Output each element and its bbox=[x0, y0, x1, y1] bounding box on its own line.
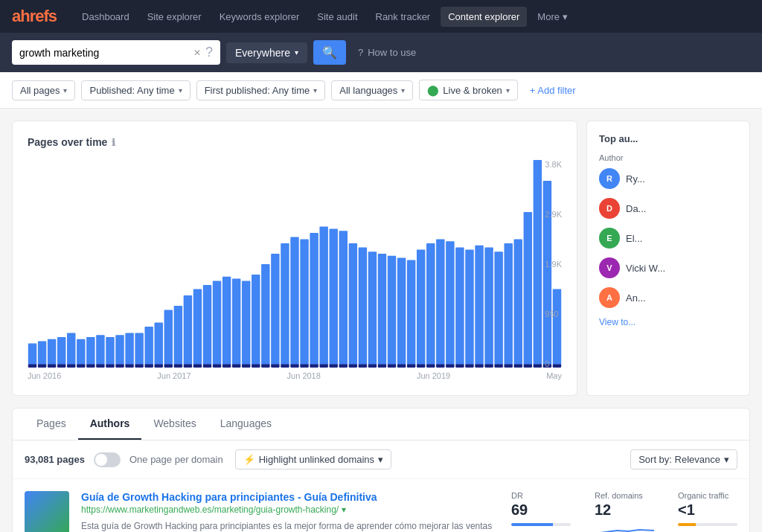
tab-languages[interactable]: Languages bbox=[208, 408, 284, 440]
filter-published[interactable]: Published: Any time ▾ bbox=[81, 80, 190, 100]
location-label: Everywhere bbox=[235, 47, 290, 59]
svg-rect-38 bbox=[213, 281, 221, 365]
question-icon: ? bbox=[358, 47, 363, 58]
svg-rect-84 bbox=[436, 239, 444, 365]
svg-rect-90 bbox=[465, 249, 473, 365]
svg-rect-18 bbox=[115, 335, 124, 365]
svg-rect-96 bbox=[494, 251, 502, 365]
svg-rect-47 bbox=[252, 365, 260, 368]
search-button[interactable]: 🔍 bbox=[313, 40, 346, 65]
svg-rect-22 bbox=[135, 333, 143, 365]
metric-ref-domains: Ref. domains 12 bbox=[595, 491, 654, 532]
svg-rect-98 bbox=[504, 243, 512, 365]
svg-rect-107 bbox=[543, 365, 551, 368]
sort-button[interactable]: Sort by: Relevance ▾ bbox=[630, 449, 737, 469]
svg-rect-5 bbox=[48, 365, 56, 368]
svg-rect-104 bbox=[534, 160, 542, 365]
x-label-3: Jun 2019 bbox=[417, 371, 450, 380]
author-name[interactable]: Ry... bbox=[626, 173, 645, 185]
svg-rect-72 bbox=[378, 254, 386, 365]
svg-rect-62 bbox=[329, 228, 337, 365]
clear-icon[interactable]: ✕ bbox=[193, 48, 201, 58]
nav-rank-tracker[interactable]: Rank tracker bbox=[368, 7, 438, 27]
svg-rect-59 bbox=[310, 365, 318, 368]
tab-pages[interactable]: Pages bbox=[25, 408, 78, 440]
author-avatar: R bbox=[599, 168, 620, 189]
svg-rect-65 bbox=[339, 365, 348, 368]
nav-content-explorer[interactable]: Content explorer bbox=[441, 7, 527, 27]
nav-keywords-explorer[interactable]: Keywords explorer bbox=[212, 7, 307, 27]
search-input[interactable] bbox=[19, 47, 189, 59]
chart-svg bbox=[28, 160, 562, 368]
result-item: Guía de Growth Hacking para principiante… bbox=[13, 479, 749, 532]
svg-rect-69 bbox=[359, 365, 367, 368]
nav-site-audit[interactable]: Site audit bbox=[310, 7, 365, 27]
ref-domains-sparkline bbox=[595, 520, 654, 532]
svg-rect-76 bbox=[397, 258, 406, 365]
highlight-unlinked-button[interactable]: ⚡ Highlight unlinked domains ▾ bbox=[235, 449, 391, 469]
sidebar-title: Top au... bbox=[599, 133, 737, 144]
tab-authors[interactable]: Authors bbox=[78, 408, 142, 440]
result-url[interactable]: https://www.marketingandweb.es/marketing… bbox=[81, 504, 499, 515]
svg-rect-40 bbox=[222, 277, 231, 365]
svg-rect-60 bbox=[319, 227, 327, 365]
info-icon[interactable]: ℹ bbox=[112, 137, 115, 148]
nav-more[interactable]: More ▾ bbox=[530, 7, 575, 27]
author-name[interactable]: El... bbox=[626, 233, 642, 244]
svg-rect-3 bbox=[38, 365, 46, 368]
nav-site-explorer[interactable]: Site explorer bbox=[140, 7, 209, 27]
svg-rect-92 bbox=[475, 246, 483, 365]
highlight-icon: ⚡ bbox=[243, 454, 255, 465]
filter-all-pages[interactable]: All pages ▾ bbox=[12, 80, 75, 100]
author-name[interactable]: Vicki W... bbox=[626, 263, 665, 274]
svg-rect-89 bbox=[455, 365, 464, 368]
author-name[interactable]: Da... bbox=[626, 203, 646, 214]
author-avatar: E bbox=[599, 228, 620, 249]
svg-rect-82 bbox=[426, 243, 435, 365]
sidebar-col-header: Author bbox=[599, 153, 737, 162]
svg-rect-30 bbox=[174, 306, 182, 365]
result-title[interactable]: Guía de Growth Hacking para principiante… bbox=[81, 491, 499, 503]
svg-rect-88 bbox=[455, 248, 464, 365]
svg-rect-73 bbox=[378, 365, 386, 368]
svg-rect-75 bbox=[388, 365, 396, 368]
svg-rect-100 bbox=[514, 239, 522, 365]
svg-rect-25 bbox=[144, 365, 153, 368]
svg-rect-83 bbox=[426, 365, 435, 368]
svg-rect-101 bbox=[514, 365, 522, 368]
nav-dashboard[interactable]: Dashboard bbox=[74, 7, 137, 27]
one-per-domain-toggle[interactable] bbox=[94, 452, 121, 467]
svg-rect-29 bbox=[164, 365, 173, 368]
svg-rect-108 bbox=[553, 289, 561, 365]
dr-label: DR bbox=[511, 491, 571, 500]
filter-language[interactable]: All languages ▾ bbox=[331, 80, 413, 100]
svg-rect-51 bbox=[271, 365, 279, 368]
pages-count: 93,081 pages bbox=[25, 454, 85, 465]
filter-first-published-label: First published: Any time bbox=[205, 85, 310, 96]
add-filter-button[interactable]: + Add filter bbox=[524, 81, 582, 100]
filter-first-published[interactable]: First published: Any time ▾ bbox=[196, 80, 326, 100]
how-to-use-link[interactable]: ? How to use bbox=[358, 47, 416, 58]
help-icon[interactable]: ? bbox=[205, 45, 213, 60]
chevron-down-icon: ▾ bbox=[378, 454, 383, 465]
tab-websites[interactable]: Websites bbox=[141, 408, 208, 440]
author-item: R Ry... bbox=[599, 168, 737, 189]
svg-rect-54 bbox=[290, 237, 298, 365]
author-avatar: D bbox=[599, 198, 620, 219]
filters-bar: All pages ▾ Published: Any time ▾ First … bbox=[0, 72, 762, 109]
svg-rect-64 bbox=[339, 231, 348, 365]
sort-label: Sort by: Relevance bbox=[638, 454, 720, 465]
chevron-down-icon: ▾ bbox=[179, 86, 182, 94]
svg-rect-34 bbox=[193, 289, 202, 365]
chevron-down-icon: ▾ bbox=[724, 454, 729, 465]
organic-traffic-bar bbox=[678, 523, 737, 526]
svg-rect-87 bbox=[446, 365, 454, 368]
author-name[interactable]: An... bbox=[626, 292, 646, 304]
view-tc-link[interactable]: View to... bbox=[599, 317, 737, 327]
svg-rect-80 bbox=[417, 249, 425, 365]
location-dropdown[interactable]: Everywhere ▾ bbox=[226, 42, 307, 63]
filter-live-broken[interactable]: ⬤ Live & broken ▾ bbox=[419, 80, 518, 100]
svg-rect-46 bbox=[252, 275, 260, 365]
svg-rect-56 bbox=[300, 239, 308, 365]
svg-rect-33 bbox=[184, 365, 192, 368]
